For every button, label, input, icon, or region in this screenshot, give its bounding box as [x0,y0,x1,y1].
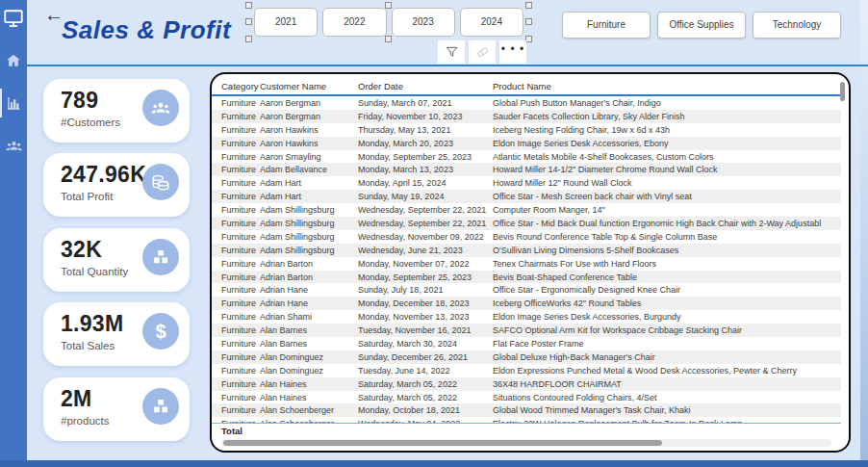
kpi-card-customers: 789 #Customers [43,79,190,143]
category-button-furniture[interactable]: Furniture [562,12,651,39]
column-header-product-name[interactable]: Product Name [493,81,841,91]
table-row[interactable]: Furniture Alan Schoenberger Monday, Octo… [212,403,841,417]
category-button-office-supplies[interactable]: Office Supplies [657,12,746,39]
cell-order-date: Monday, September 25, 2023 [358,272,493,282]
cell-order-date: Monday, October 18, 2021 [358,405,493,415]
cell-order-date: Wednesday, November 09, 2022 [358,232,493,242]
year-slicer: 2021 2022 2023 2024 [248,5,529,39]
selection-handle[interactable] [525,36,532,42]
cell-category: Furniture [212,192,260,201]
monitor-icon[interactable] [0,0,27,33]
eraser-icon [474,44,491,60]
cell-customer-name: Alan Haines [260,379,358,389]
table-row[interactable]: Furniture Aaron Hawkins Monday, March 20… [212,137,841,150]
sidebar-nav [0,46,27,160]
horizontal-scrollbar[interactable] [221,439,831,447]
table-total-row: Total [212,423,841,437]
table-row[interactable]: Furniture Adrian Barton Monday, November… [212,257,841,271]
table-row[interactable]: Furniture Aaron Hawkins Thursday, May 13… [212,123,841,137]
cell-category: Furniture [212,152,260,162]
cell-customer-name: Adrian Barton [260,259,358,269]
selection-handle[interactable] [385,2,392,9]
cell-category: Furniture [212,366,260,376]
bottom-status-bar [0,460,868,467]
cell-customer-name: Adrian Shami [260,312,358,322]
cell-category: Furniture [212,312,260,322]
cell-order-date: Monday, March 13, 2023 [358,165,493,174]
more-options-button[interactable]: • • • [499,40,526,64]
category-button-technology[interactable]: Technology [753,12,841,39]
table-row[interactable]: Furniture Adrian Barton Monday, Septembe… [212,271,841,284]
cell-category: Furniture [212,393,260,402]
table-row[interactable]: Furniture Adam Hart Sunday, May 19, 2024… [212,190,841,203]
cell-product-name: Computer Room Manger, 14" [493,205,841,215]
selection-handle[interactable] [245,36,252,42]
year-button-2024[interactable]: 2024 [460,8,523,37]
cell-customer-name: Aaron Hawkins [260,125,358,135]
year-button-2021[interactable]: 2021 [254,8,318,37]
filter-button[interactable] [438,40,465,64]
cell-category: Furniture [212,298,260,308]
people-icon [142,90,179,126]
table-row[interactable]: Furniture Adam Bellavance Monday, March … [212,163,841,176]
cell-customer-name: Adam Shillingsburg [260,246,358,255]
table-row[interactable]: Furniture Alan Haines Saturday, March 05… [212,377,841,391]
back-button[interactable]: ← [44,4,64,26]
year-button-2022[interactable]: 2022 [322,8,386,37]
table-row[interactable]: Furniture Adam Shillingsburg Wednesday, … [212,230,841,244]
cell-product-name: Office Star - Mid Back Dual function Erg… [493,219,841,228]
horizontal-scrollbar-thumb[interactable] [223,440,662,446]
cell-customer-name: Adrian Hane [260,285,358,295]
cell-product-name: Global Deluxe High-Back Manager's Chair [493,352,841,362]
table-row[interactable]: Furniture Alan Barnes Saturday, March 30… [212,337,841,350]
table-row[interactable]: Furniture Alan Barnes Tuesday, November … [212,324,841,337]
sidebar-item-customers[interactable] [0,131,27,160]
table-row[interactable]: Furniture Adam Shillingsburg Wednesday, … [212,244,841,257]
selection-handle[interactable] [385,36,392,42]
table-row[interactable]: Furniture Alan Dominguez Tuesday, June 1… [212,364,841,377]
cell-category: Furniture [212,112,260,121]
sidebar-item-report[interactable] [0,89,27,117]
table-row[interactable]: Furniture Aaron Bergman Friday, November… [212,110,841,123]
year-button-2023[interactable]: 2023 [392,8,455,37]
table-row[interactable]: Furniture Adrian Hane Sunday, July 18, 2… [212,283,841,297]
cell-customer-name: Aaron Bergman [260,112,358,121]
cell-order-date: Sunday, March 07, 2021 [358,98,493,108]
cell-order-date: Monday, September 25, 2023 [358,152,493,162]
table-row[interactable]: Furniture Adam Shillingsburg Wednesday, … [212,203,841,217]
vertical-scrollbar-thumb[interactable] [840,82,845,101]
column-header-category[interactable]: Category [212,81,260,91]
cell-category: Furniture [212,98,260,108]
cell-product-name: Office Star - Mesh Screen back chair wit… [493,192,841,201]
bar-chart-icon [6,94,23,112]
sidebar-item-home[interactable] [0,46,27,75]
table-row[interactable]: Furniture Adrian Hane Monday, December 1… [212,297,841,310]
table-row[interactable]: Furniture Alan Dominguez Sunday, Decembe… [212,350,841,364]
cell-product-name: Atlantic Metals Mobile 4-Shelf Bookcases… [493,152,841,162]
cell-order-date: Saturday, March 05, 2022 [358,393,493,402]
dollar-icon: $ [142,313,179,350]
cell-customer-name: Adrian Barton [260,272,358,282]
table-row[interactable]: Furniture Adam Shillingsburg Wednesday, … [212,217,841,230]
column-header-order-date[interactable]: Order Date [358,81,493,91]
selection-handle[interactable] [245,18,252,25]
selection-handle[interactable] [525,18,532,25]
cell-customer-name: Alan Schoenberger [260,405,358,415]
cell-order-date: Sunday, May 19, 2024 [358,192,493,201]
column-header-customer-name[interactable]: Customer Name [260,81,358,91]
table-row[interactable]: Furniture Alan Haines Saturday, March 05… [212,391,841,404]
table-row[interactable]: Furniture Aaron Smayling Monday, Septemb… [212,150,841,164]
table-row[interactable]: Furniture Adrian Shami Monday, November … [212,310,841,324]
table-row[interactable]: Furniture Adam Hart Monday, April 15, 20… [212,176,841,190]
clear-filter-button[interactable] [469,40,496,64]
table-body: Furniture Aaron Bergman Sunday, March 07… [212,96,841,423]
selection-handle[interactable] [525,2,532,9]
cell-customer-name: Adam Hart [260,178,358,188]
cell-order-date: Saturday, March 05, 2022 [358,379,493,389]
cell-product-name: Iceberg OfficeWorks 42" Round Tables [493,298,841,308]
cell-product-name: Bevis Round Conference Table Top & Singl… [493,232,841,242]
cell-product-name: Iceberg Nesting Folding Chair, 19w x 6d … [493,125,841,135]
table-row[interactable]: Furniture Aaron Bergman Sunday, March 07… [212,96,841,110]
cell-order-date: Thursday, May 13, 2021 [358,125,493,135]
selection-handle[interactable] [245,2,252,9]
